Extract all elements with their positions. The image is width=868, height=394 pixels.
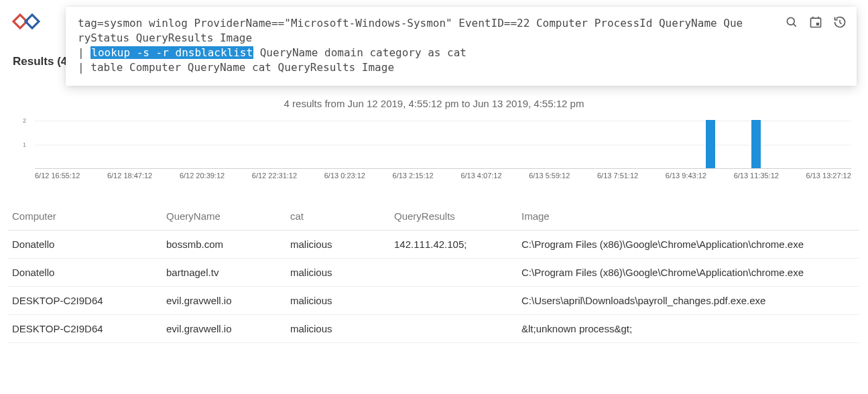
chart-xtick: 6/13 2:15:12 bbox=[393, 172, 434, 180]
table-row[interactable]: DESKTOP-C2I9D64evil.gravwell.iomalicious… bbox=[8, 287, 859, 315]
table-cell: bossmb.com bbox=[166, 239, 290, 250]
timeline-chart[interactable]: 12 6/12 16:55:126/12 18:47:126/12 20:39:… bbox=[20, 121, 851, 181]
chart-gridline bbox=[35, 145, 851, 145]
results-summary: 4 results from Jun 12 2019, 4:55:12 pm t… bbox=[0, 98, 868, 109]
chart-xtick: 6/12 22:31:12 bbox=[252, 172, 297, 180]
table-cell: bartnagel.tv bbox=[166, 267, 290, 278]
table-header-cell[interactable]: Computer bbox=[12, 210, 166, 222]
svg-rect-4 bbox=[811, 18, 821, 27]
table-row[interactable]: Donatellobartnagel.tvmaliciousC:\Program… bbox=[8, 259, 859, 287]
table-row[interactable]: DESKTOP-C2I9D64evil.gravwell.iomalicious… bbox=[8, 315, 859, 343]
chart-ytick: 1 bbox=[23, 141, 26, 148]
svg-line-3 bbox=[794, 24, 796, 27]
table-cell: C:\Program Files (x86)\Google\Chrome\App… bbox=[521, 239, 857, 250]
query-line-1a: tag=sysmon winlog ProviderName=="Microso… bbox=[78, 16, 845, 31]
chart-bar[interactable] bbox=[706, 120, 715, 168]
table-cell: evil.gravwell.io bbox=[166, 323, 290, 334]
table-header-cell[interactable]: Image bbox=[521, 210, 857, 222]
table-cell: malicious bbox=[290, 323, 394, 334]
history-icon[interactable] bbox=[832, 15, 847, 29]
table-header-cell[interactable]: QueryName bbox=[166, 210, 290, 222]
svg-point-2 bbox=[787, 17, 794, 25]
chart-xtick: 6/12 16:55:12 bbox=[35, 172, 80, 180]
chart-gridline bbox=[35, 121, 851, 121]
query-input[interactable]: tag=sysmon winlog ProviderName=="Microso… bbox=[78, 16, 845, 75]
query-toolbar bbox=[784, 15, 847, 29]
chart-xtick: 6/13 0:23:12 bbox=[324, 172, 365, 180]
table-cell: malicious bbox=[290, 267, 394, 278]
table-cell: &lt;unknown process&gt; bbox=[521, 323, 857, 334]
search-icon[interactable] bbox=[784, 15, 799, 29]
table-cell: DESKTOP-C2I9D64 bbox=[12, 295, 166, 306]
query-line-1b: ryStatus QueryResults Image bbox=[78, 31, 845, 46]
table-cell: Donatello bbox=[12, 239, 166, 250]
chart-xtick: 6/13 13:27:12 bbox=[806, 172, 851, 180]
chart-xtick: 6/13 9:43:12 bbox=[666, 172, 706, 180]
table-header-cell[interactable]: cat bbox=[290, 210, 394, 222]
query-panel: tag=sysmon winlog ProviderName=="Microso… bbox=[66, 7, 857, 86]
table-cell: evil.gravwell.io bbox=[166, 295, 290, 306]
table-cell: malicious bbox=[290, 239, 394, 250]
chart-ytick: 2 bbox=[23, 117, 26, 124]
chart-xtick: 6/13 4:07:12 bbox=[460, 172, 501, 180]
query-line-3: | table Computer QueryName cat QueryResu… bbox=[78, 60, 845, 75]
chart-bar[interactable] bbox=[751, 120, 761, 168]
svg-rect-5 bbox=[816, 23, 819, 25]
table-cell: DESKTOP-C2I9D64 bbox=[12, 323, 166, 334]
chart-xtick: 6/13 7:51:12 bbox=[597, 172, 638, 180]
svg-line-9 bbox=[840, 23, 842, 24]
query-line-2-pipe: | bbox=[78, 46, 90, 59]
table-cell: C:\Program Files (x86)\Google\Chrome\App… bbox=[521, 267, 857, 278]
table-cell: malicious bbox=[290, 295, 394, 306]
table-row[interactable]: Donatellobossmb.commalicious142.111.42.1… bbox=[8, 231, 859, 259]
chart-xtick: 6/12 18:47:12 bbox=[107, 172, 152, 180]
chart-xtick: 6/13 11:35:12 bbox=[734, 172, 779, 180]
table-header-cell[interactable]: QueryResults bbox=[394, 210, 521, 222]
table-cell: 142.111.42.105; bbox=[394, 239, 521, 250]
app-logo[interactable] bbox=[12, 12, 42, 31]
results-count-label: Results (4) bbox=[13, 55, 71, 68]
calendar-icon[interactable] bbox=[808, 15, 823, 29]
query-highlighted-text[interactable]: lookup -s -r dnsblacklist bbox=[90, 46, 253, 59]
query-line-2-rest: QueryName domain category as cat bbox=[253, 46, 467, 59]
table-header-row: ComputerQueryNamecatQueryResultsImage bbox=[8, 202, 859, 231]
chart-xtick: 6/12 20:39:12 bbox=[180, 172, 225, 180]
results-table: ComputerQueryNamecatQueryResultsImage Do… bbox=[8, 202, 859, 343]
chart-xtick: 6/13 5:59:12 bbox=[529, 172, 570, 180]
table-cell: C:\Users\april\Downloads\payroll_changes… bbox=[521, 295, 857, 306]
table-cell: Donatello bbox=[12, 267, 166, 278]
